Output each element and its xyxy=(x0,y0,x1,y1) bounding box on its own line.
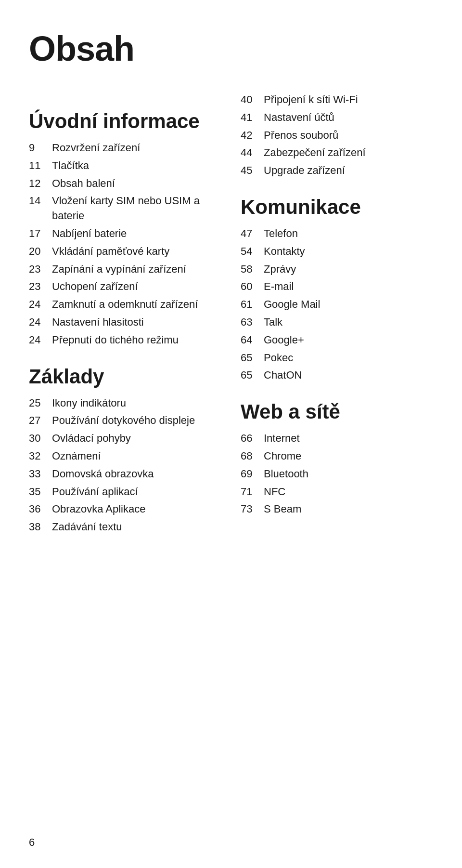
toc-entry-text: Tlačítka xyxy=(52,158,89,173)
toc-entry: 47Telefon xyxy=(241,226,433,241)
toc-entry-text: Zadávání textu xyxy=(52,520,122,535)
page-title: Obsah xyxy=(29,29,433,68)
toc-page-number: 61 xyxy=(241,297,264,312)
toc-page-number: 24 xyxy=(29,333,52,348)
toc-entry-text: Google Mail xyxy=(264,297,320,312)
toc-entry: 65ChatON xyxy=(241,368,433,383)
toc-entry: 23Uchopení zařízení xyxy=(29,279,221,294)
toc-page-number: 54 xyxy=(241,244,264,259)
toc-entry-text: Nabíjení baterie xyxy=(52,226,127,241)
toc-page-number: 60 xyxy=(241,279,264,294)
toc-entry: 71NFC xyxy=(241,485,433,500)
toc-entry-text: Uchopení zařízení xyxy=(52,279,138,294)
toc-entry: 44Zabezpečení zařízení xyxy=(241,145,433,160)
page-footer: 6 xyxy=(29,836,35,849)
toc-entry-text: Zapínání a vypínání zařízení xyxy=(52,262,186,277)
toc-page-number: 36 xyxy=(29,502,52,517)
toc-entry-text: Internet xyxy=(264,431,300,446)
komunikace-section-title: Komunikace xyxy=(241,196,433,219)
toc-page-number: 58 xyxy=(241,262,264,277)
toc-page-number: 40 xyxy=(241,92,264,107)
toc-page-number: 17 xyxy=(29,226,52,241)
toc-page-number: 38 xyxy=(29,520,52,535)
komunikace-section: Komunikace 47Telefon54Kontakty58Zprávy60… xyxy=(241,196,433,383)
toc-entry-text: Chrome xyxy=(264,449,301,464)
toc-page-number: 24 xyxy=(29,297,52,312)
toc-entry-text: Kontakty xyxy=(264,244,305,259)
toc-entry: 14Vložení karty SIM nebo USIM a baterie xyxy=(29,194,221,224)
toc-page-number: 66 xyxy=(241,431,264,446)
toc-entry: 17Nabíjení baterie xyxy=(29,226,221,241)
toc-page-number: 63 xyxy=(241,315,264,330)
toc-page-number: 71 xyxy=(241,485,264,500)
toc-page-number: 33 xyxy=(29,467,52,482)
toc-page-number: 20 xyxy=(29,244,52,259)
toc-page-number: 11 xyxy=(29,158,52,173)
toc-entry-text: Obrazovka Aplikace xyxy=(52,502,145,517)
toc-entry-text: ChatON xyxy=(264,368,302,383)
toc-entry-text: Ikony indikátoru xyxy=(52,396,126,411)
toc-entry: 63Talk xyxy=(241,315,433,330)
toc-page-number: 14 xyxy=(29,194,52,209)
zaklady-entries: 25Ikony indikátoru27Používání dotykového… xyxy=(29,396,221,535)
toc-entry: 38Zadávání textu xyxy=(29,520,221,535)
toc-page-number: 44 xyxy=(241,145,264,160)
toc-entry: 24Nastavení hlasitosti xyxy=(29,315,221,330)
toc-entry-text: Přenos souborů xyxy=(264,128,338,143)
toc-entry-text: Google+ xyxy=(264,333,304,348)
toc-entry-text: Upgrade zařízení xyxy=(264,163,345,178)
toc-page-number: 68 xyxy=(241,449,264,464)
toc-page-number: 69 xyxy=(241,467,264,482)
toc-entry: 27Používání dotykového displeje xyxy=(29,413,221,428)
web-section-title: Web a sítě xyxy=(241,400,433,423)
toc-entry-text: Talk xyxy=(264,315,282,330)
toc-page-number: 30 xyxy=(29,431,52,446)
toc-page-number: 65 xyxy=(241,351,264,366)
toc-entry: 65Pokec xyxy=(241,351,433,366)
toc-page-number: 45 xyxy=(241,163,264,178)
toc-entry: 24Přepnutí do tichého režimu xyxy=(29,333,221,348)
toc-entry: 41Nastavení účtů xyxy=(241,110,433,125)
toc-entry-text: NFC xyxy=(264,485,285,500)
toc-entry-text: Obsah balení xyxy=(52,176,115,191)
toc-page-number: 41 xyxy=(241,110,264,125)
toc-entry: 9Rozvržení zařízení xyxy=(29,141,221,156)
toc-entry-text: Zabezpečení zařízení xyxy=(264,145,366,160)
toc-entry: 61Google Mail xyxy=(241,297,433,312)
toc-entry-text: Zamknutí a odemknutí zařízení xyxy=(52,297,198,312)
toc-entry: 66Internet xyxy=(241,431,433,446)
left-column: Úvodní informace 9Rozvržení zařízení11Tl… xyxy=(29,92,221,538)
toc-entry-text: Vložení karty SIM nebo USIM a baterie xyxy=(52,194,221,224)
toc-entry-text: Nastavení hlasitosti xyxy=(52,315,144,330)
web-entries: 66Internet68Chrome69Bluetooth71NFC73S Be… xyxy=(241,431,433,517)
toc-page-number: 73 xyxy=(241,502,264,517)
toc-entry: 11Tlačítka xyxy=(29,158,221,173)
toc-entry-text: Telefon xyxy=(264,226,298,241)
toc-entry: 64Google+ xyxy=(241,333,433,348)
toc-entry: 30Ovládací pohyby xyxy=(29,431,221,446)
toc-entry-text: Vkládání paměťové karty xyxy=(52,244,169,259)
toc-entry: 45Upgrade zařízení xyxy=(241,163,433,178)
toc-entry-text: Připojení k síti Wi-Fi xyxy=(264,92,358,107)
toc-page-number: 42 xyxy=(241,128,264,143)
toc-entry-text: Pokec xyxy=(264,351,293,366)
intro-section-title: Úvodní informace xyxy=(29,110,221,133)
toc-entry: 12Obsah balení xyxy=(29,176,221,191)
toc-entry-text: Nastavení účtů xyxy=(264,110,334,125)
toc-entry: 73S Beam xyxy=(241,502,433,517)
toc-page-number: 65 xyxy=(241,368,264,383)
toc-entry: 68Chrome xyxy=(241,449,433,464)
toc-entry: 23Zapínání a vypínání zařízení xyxy=(29,262,221,277)
toc-entry: 69Bluetooth xyxy=(241,467,433,482)
toc-entry-text: Používání aplikací xyxy=(52,485,138,500)
toc-entry-text: Domovská obrazovka xyxy=(52,467,154,482)
toc-entry: 54Kontakty xyxy=(241,244,433,259)
toc-entry: 58Zprávy xyxy=(241,262,433,277)
toc-entry-text: Bluetooth xyxy=(264,467,308,482)
toc-entry: 24Zamknutí a odemknutí zařízení xyxy=(29,297,221,312)
toc-page-number: 9 xyxy=(29,141,52,156)
toc-entry-text: S Beam xyxy=(264,502,301,517)
toc-entry-text: Používání dotykového displeje xyxy=(52,413,195,428)
zaklady-section: Základy 25Ikony indikátoru27Používání do… xyxy=(29,365,221,535)
toc-entry-text: E-mail xyxy=(264,279,294,294)
